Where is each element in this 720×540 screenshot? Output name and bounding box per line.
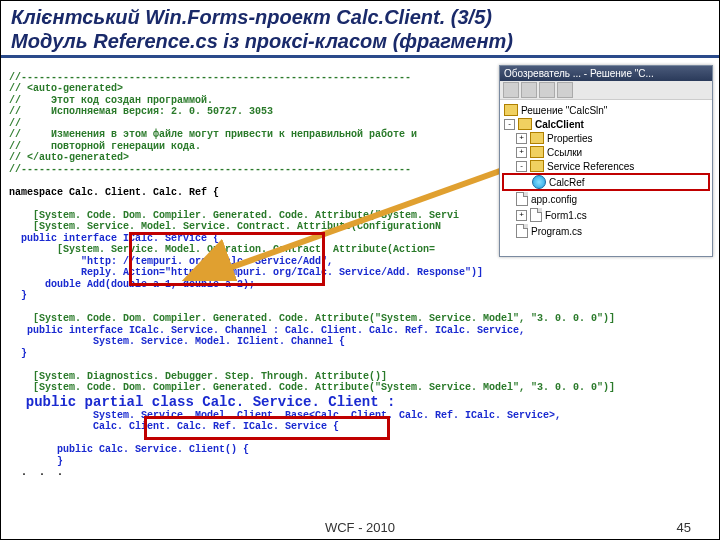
tree-label: Properties (547, 133, 593, 144)
code-comment: // Этот код создан программой. (9, 95, 213, 106)
file-icon (516, 224, 528, 238)
tree-properties[interactable]: +Properties (502, 131, 710, 145)
explorer-toolbar (500, 81, 712, 100)
toolbar-button[interactable] (503, 82, 519, 98)
expander-icon[interactable]: + (516, 147, 527, 158)
title-text: -проект (248, 6, 336, 28)
toolbar-button[interactable] (557, 82, 573, 98)
file-icon (530, 208, 542, 222)
expander-icon[interactable]: - (504, 119, 515, 130)
code-comment: // (9, 118, 21, 129)
expander-icon[interactable]: + (516, 210, 527, 221)
code-comment: // </auto-generated> (9, 152, 129, 163)
code-ctor: public Calc. Service. Client() { (9, 444, 249, 455)
code-comment: // Исполняемая версия: 2. 0. 50727. 3053 (9, 106, 273, 117)
tree-label: Program.cs (531, 226, 582, 237)
code-typename: ICalc. Service (123, 233, 207, 244)
toolbar-button[interactable] (539, 82, 555, 98)
code-class-decl: public partial (9, 394, 152, 410)
tree-label: CalcClient (535, 119, 584, 130)
service-ref-icon (532, 175, 546, 189)
tree-label: Service References (547, 161, 634, 172)
solution-explorer-title: Обозреватель ... - Решение "C... (500, 66, 712, 81)
code-method: double Add(double a 1, double a 2); (9, 279, 255, 290)
solution-explorer-panel: Обозреватель ... - Решение "C... Решение… (499, 65, 713, 257)
code-namespace: namespace Calc. Client. Calc. Ref { (9, 187, 219, 198)
folder-icon (530, 146, 544, 158)
slide-title: Клієнтський Win.Forms-проект Calc.Client… (1, 1, 719, 58)
tree-label: Решение "CalcSln" (521, 105, 607, 116)
code-comment: //--------------------------------------… (9, 164, 411, 175)
title-text: із проксі-класом (фрагмент) (218, 30, 513, 52)
tree-label: Form1.cs (545, 210, 587, 221)
tree-form1[interactable]: +Form1.cs (502, 207, 710, 223)
title-text: Клієнтський (11, 6, 145, 28)
code-brace: } (9, 290, 27, 301)
title-text: Модуль (11, 30, 93, 52)
title-keyword: Reference.cs (93, 30, 218, 52)
code-brace: } (9, 348, 27, 359)
code-interface: public interface (9, 233, 123, 244)
code-brace: } (9, 456, 63, 467)
code-brace: { (207, 233, 219, 244)
code-attribute: [System. Diagnostics. Debugger. Step. Th… (9, 371, 387, 382)
tree-solution[interactable]: Решение "CalcSln" (502, 103, 710, 117)
title-text: (3/5) (445, 6, 492, 28)
code-base: System. Service. Model. Client. Base<Cal… (9, 410, 561, 421)
footer-center: WCF - 2010 (325, 520, 395, 535)
page-number: 45 (677, 520, 691, 535)
code-attribute: [System. Code. Dom. Compiler. Generated.… (9, 382, 615, 393)
tree-project[interactable]: -CalcClient (502, 117, 710, 131)
code-colon: : (379, 394, 396, 410)
code-ellipsis: . . . (9, 467, 63, 478)
tree-references[interactable]: +Ссылки (502, 145, 710, 159)
tree-label: Ссылки (547, 147, 582, 158)
folder-icon (530, 160, 544, 172)
code-comment: // Изменения в этом файле могут привести… (9, 129, 417, 140)
code-comment: // повторной генерации кода. (9, 141, 201, 152)
code-string: "http: //tempuri. org/ICalc. Service/Add… (9, 256, 333, 267)
code-base: Calc. Client. Calc. Ref. ICalc. Service … (9, 421, 339, 432)
tree-label: CalcRef (549, 177, 585, 188)
code-classname: class Calc. Service. Client (152, 394, 379, 410)
tree-label: app.config (531, 194, 577, 205)
code-interface: System. Service. Model. IClient. Channel… (9, 336, 345, 347)
code-comment: //--------------------------------------… (9, 72, 411, 83)
code-attribute: [System. Service. Model. Service. Contra… (9, 221, 441, 232)
code-interface: public interface ICalc. Service. Channel… (9, 325, 525, 336)
code-attribute: [System. Code. Dom. Compiler. Generated.… (9, 313, 615, 324)
code-comment: // <auto-generated> (9, 83, 123, 94)
file-icon (516, 192, 528, 206)
project-icon (518, 118, 532, 130)
code-string: Reply. Action="http: //tempuri. org/ICal… (9, 267, 483, 278)
toolbar-button[interactable] (521, 82, 537, 98)
tree-calcref[interactable]: CalcRef (502, 173, 710, 191)
slide-footer: WCF - 2010 45 (1, 520, 719, 535)
tree-service-references[interactable]: -Service References (502, 159, 710, 173)
code-attribute: [System. Service. Model. Operation. Cont… (9, 244, 435, 255)
tree-program[interactable]: Program.cs (502, 223, 710, 239)
solution-tree: Решение "CalcSln" -CalcClient +Propertie… (500, 100, 712, 242)
tree-appconfig[interactable]: app.config (502, 191, 710, 207)
title-keyword: Calc.Client. (336, 6, 445, 28)
title-keyword: Win.Forms (145, 6, 248, 28)
solution-icon (504, 104, 518, 116)
expander-icon[interactable]: - (516, 161, 527, 172)
code-attribute: [System. Code. Dom. Compiler. Generated.… (9, 210, 459, 221)
expander-icon[interactable]: + (516, 133, 527, 144)
folder-icon (530, 132, 544, 144)
